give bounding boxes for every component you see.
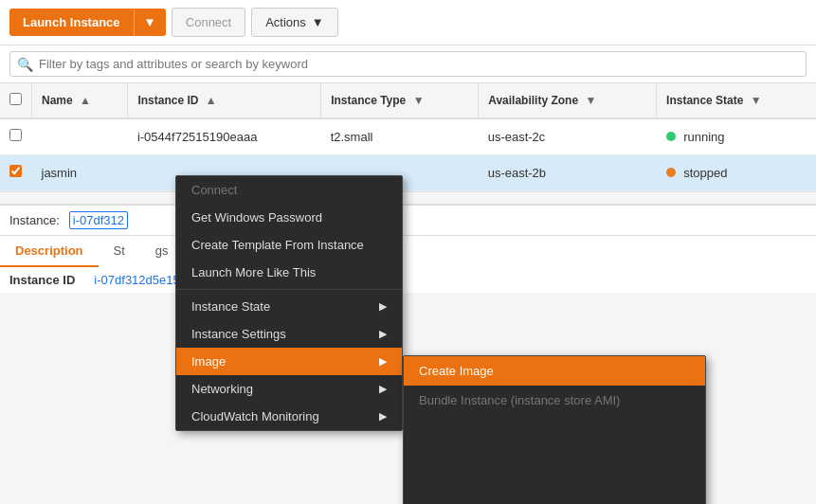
tab-status[interactable]: St [99,236,140,267]
menu-item-connect: Connect [176,176,402,204]
toolbar: Launch Instance ▼ Connect Actions ▼ [0,0,816,45]
submenu-image: Create Image Bundle Instance (instance s… [403,355,706,504]
menu-item-image-label: Image [191,354,226,369]
menu-item-instance-settings[interactable]: Instance Settings ▶ [176,320,402,348]
menu-item-instance-settings-label: Instance Settings [191,327,286,341]
menu-item-create-template[interactable]: Create Template From Instance [176,231,402,259]
search-icon: 🔍 [17,57,33,72]
menu-item-cloudwatch-label: CloudWatch Monitoring [191,409,319,423]
row-1-instance-id: i-0544f72515190eaaa [128,118,321,154]
row-1-availability-zone: us-east-2c [479,118,657,154]
row-1-instance-state: running [657,118,816,154]
submenu-item-create-image[interactable]: Create Image [404,356,705,386]
menu-item-get-windows-password[interactable]: Get Windows Password [176,204,402,231]
row-1-instance-type: t2.small [321,118,479,154]
menu-item-image[interactable]: Image ▶ [176,348,402,375]
submenu-arrow-icon: ▶ [379,300,387,313]
context-menu: Connect Get Windows Password Create Temp… [175,175,403,431]
header-checkbox[interactable] [0,83,32,118]
row-2-name: jasmin [32,154,128,190]
header-instance-state[interactable]: Instance State ▼ [657,83,816,118]
row-1-checkbox[interactable] [9,129,22,141]
state-dot-green [666,132,676,141]
context-menu-overlay: Connect Get Windows Password Create Temp… [175,175,706,431]
search-input[interactable] [9,51,807,77]
submenu-arrow-icon-2: ▶ [379,328,387,340]
instance-prefix-label: Instance: [9,213,60,227]
menu-item-instance-state[interactable]: Instance State ▶ [176,293,402,320]
menu-item-launch-more[interactable]: Launch More Like This [176,259,402,286]
table-row[interactable]: i-0544f72515190eaaa t2.small us-east-2c … [0,118,816,154]
search-bar: 🔍 [0,45,816,83]
launch-instance-group: Launch Instance ▼ [9,9,166,36]
row-1-state-label: running [683,130,724,144]
row-2-checkbox[interactable] [9,165,22,177]
table-header-row: Name ▲ Instance ID ▲ Instance Type ▼ Ava… [0,83,816,118]
header-instance-type[interactable]: Instance Type ▼ [321,83,479,118]
search-wrapper: 🔍 [9,51,807,77]
actions-button[interactable]: Actions ▼ [251,8,338,37]
actions-label: Actions [265,15,306,29]
actions-caret-icon: ▼ [312,15,324,29]
submenu-arrow-icon-3: ▶ [379,355,387,368]
menu-item-instance-state-label: Instance State [191,299,270,314]
submenu-arrow-icon-4: ▶ [379,383,387,395]
tab-description[interactable]: Description [0,236,99,267]
instance-id-short[interactable]: i-07df312 [69,211,128,229]
connect-button: Connect [172,8,245,37]
submenu-item-bundle-instance: Bundle Instance (instance store AMI) [404,386,705,415]
menu-item-networking-label: Networking [191,382,253,396]
row-1-name [32,118,128,154]
submenu-arrow-icon-5: ▶ [379,410,387,423]
header-name[interactable]: Name ▲ [32,83,128,118]
row-checkbox-1[interactable] [0,118,32,154]
launch-instance-button[interactable]: Launch Instance [9,9,134,36]
header-instance-id[interactable]: Instance ID ▲ [128,83,321,118]
menu-item-networking[interactable]: Networking ▶ [176,375,402,403]
header-availability-zone[interactable]: Availability Zone ▼ [479,83,657,118]
select-all-checkbox[interactable] [9,93,22,105]
menu-item-cloudwatch[interactable]: CloudWatch Monitoring ▶ [176,403,402,430]
row-checkbox-2[interactable] [0,154,32,190]
launch-instance-caret[interactable]: ▼ [134,9,166,36]
instance-id-detail-label: Instance ID [9,273,75,287]
menu-divider-1 [176,289,402,290]
